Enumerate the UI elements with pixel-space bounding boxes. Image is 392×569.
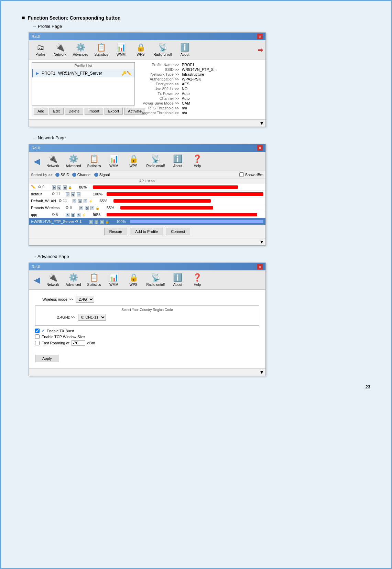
toolbar-btn-profile[interactable]: 🗂 Profile xyxy=(31,42,50,58)
back-button-advanced[interactable]: ◀ xyxy=(31,274,43,286)
toolbar-label-advanced2: Advanced xyxy=(66,164,81,168)
toolbar-btn-wmm2[interactable]: 📊 WMM xyxy=(105,153,123,169)
frequency-select[interactable]: 0: CH1-11 xyxy=(78,314,106,321)
connect-button[interactable]: Connect xyxy=(166,228,190,235)
col-ssid-5: qqq xyxy=(31,213,52,217)
toolbar-btn-wmm3[interactable]: 📊 WMM xyxy=(105,272,123,288)
toolbar-btn-statistics[interactable]: 📋 Statistics xyxy=(91,42,111,58)
profile-toolbar: 🗂 Profile 🔌 Network ⚙️ Advanced 📋 Statis… xyxy=(29,40,265,60)
toolbar-btn-advanced3[interactable]: ⚙️ Advanced xyxy=(63,272,84,288)
col-signal-pct-4: 65% xyxy=(107,206,120,210)
network-row-2[interactable]: default ♻ 11 b g n 100% xyxy=(29,191,265,197)
profile-page-subtitle: → Profile Page xyxy=(32,24,370,29)
tcp-window-checkbox[interactable] xyxy=(35,334,40,339)
toolbar-btn-wps[interactable]: 🔒 WPS xyxy=(131,42,150,58)
toolbar-btn-about[interactable]: ℹ️ About xyxy=(175,42,194,58)
toolbar-label-profile: Profile xyxy=(35,53,45,56)
toolbar-btn-network3[interactable]: 🔌 Network xyxy=(43,272,62,288)
add-button[interactable]: Add xyxy=(34,108,48,115)
toolbar-btn-wps2[interactable]: 🔒 WPS xyxy=(124,153,143,169)
edit-button[interactable]: Edit xyxy=(50,108,64,115)
toolbar-btn-network[interactable]: 🔌 Network xyxy=(51,42,69,58)
ap-list-label: AP List >> xyxy=(29,179,265,184)
detail-fragment-value: n/a xyxy=(181,110,218,115)
back-button-network[interactable]: ◀ xyxy=(31,155,43,168)
col-mini-icons-4: b g n 🔒 xyxy=(79,206,107,210)
network-row-4[interactable]: Pronets Wireless ♻ 6 b g n 🔒 65% xyxy=(29,204,265,211)
profile-buttons: Add Edit Delete Import Export Activate xyxy=(32,105,135,117)
toolbar-btn-radio[interactable]: 📡 Radio on/off xyxy=(151,42,175,58)
toolbar-btn-wmm[interactable]: 📊 WMM xyxy=(112,42,131,58)
detail-auth-value: WPA2-PSK xyxy=(181,77,218,82)
forward-arrow-icon[interactable]: ➡ xyxy=(258,46,263,54)
signal-sort-option[interactable]: Signal xyxy=(94,173,110,177)
ssid-sort-option[interactable]: SSID xyxy=(55,173,69,177)
network-row-3[interactable]: Default_WLAN ♻ 11 b g n ⚡ 65% xyxy=(29,197,265,204)
scroll-down-arrow[interactable]: ▼ xyxy=(259,120,264,126)
radio-icon-2: 📡 xyxy=(151,154,160,163)
help-icon-2: ❓ xyxy=(193,154,202,163)
ssid-radio-dot xyxy=(55,173,59,177)
detail-fragment-label: Fragment Threshold >> xyxy=(138,110,181,115)
network-close-button[interactable]: ✕ xyxy=(257,145,263,151)
add-to-profile-button[interactable]: Add to Profile xyxy=(130,228,163,235)
network-icon-3: 🔌 xyxy=(48,273,57,282)
toolbar-btn-help2[interactable]: ❓ Help xyxy=(188,153,207,169)
toolbar-btn-about2[interactable]: ℹ️ About xyxy=(168,153,187,169)
network-window-title: RaUI xyxy=(32,146,40,150)
profile-ssid: WR514VN_FTP_Server xyxy=(58,71,102,76)
apply-button[interactable]: Apply xyxy=(35,355,59,362)
network-row-5[interactable]: qqq ♻ 6 b g n ⚡ 96% xyxy=(29,211,265,218)
fast-roaming-checkbox[interactable] xyxy=(35,341,40,345)
toolbar-btn-network2[interactable]: 🔌 Network xyxy=(43,153,62,169)
toolbar-btn-statistics2[interactable]: 📋 Statistics xyxy=(84,153,104,169)
col-play-6: ▶ xyxy=(31,219,34,224)
rescan-button[interactable]: Rescan xyxy=(104,228,127,235)
wmm-icon-2: 📊 xyxy=(109,154,119,163)
toolbar-label-wmm2: WMM xyxy=(109,164,118,168)
tx-burst-checkbox[interactable] xyxy=(35,329,40,333)
toolbar-btn-wps3[interactable]: 🔒 WPS xyxy=(124,272,143,288)
network-icon-2: 🔌 xyxy=(48,154,57,163)
scroll-down-arrow-2[interactable]: ▼ xyxy=(259,239,264,245)
detail-power-save-label: Power Save Mode >> xyxy=(138,101,181,106)
profile-list: Profile List ▶ PROF1 WR514VN_FTP_Server … xyxy=(32,62,135,105)
network-row-6-selected[interactable]: ▶ WR514VN_FTP_Server ♻ 1 b g n 🔒 100% xyxy=(29,218,265,225)
toolbar-btn-radio3[interactable]: 📡 Radio on/off xyxy=(144,272,168,288)
toolbar-btn-advanced2[interactable]: ⚙️ Advanced xyxy=(63,153,84,169)
bullet-icon: ■ xyxy=(22,15,25,21)
channel-sort-option[interactable]: Channel xyxy=(72,173,91,177)
tcp-window-label: Enable TCP Window Size xyxy=(42,335,85,339)
col-signal-pct-6: 100% xyxy=(116,219,130,224)
title-bold: Function Section: Corresponding button xyxy=(28,15,121,21)
show-dbm-checkbox[interactable] xyxy=(239,172,244,177)
toolbar-btn-radio2[interactable]: 📡 Radio on/off xyxy=(144,153,168,169)
tcp-window-row: Enable TCP Window Size xyxy=(35,334,259,339)
statistics-icon: 📋 xyxy=(97,43,106,52)
network-row-1[interactable]: ✏️ ♻ 9 b g n 🔒 86% xyxy=(29,184,265,191)
export-button[interactable]: Export xyxy=(105,108,123,115)
profile-window-title: RaUI xyxy=(32,34,40,39)
wireless-mode-select[interactable]: 2.4G xyxy=(76,296,94,303)
col-signal-pct-2: 100% xyxy=(93,192,107,196)
show-dbm-option[interactable]: Show dBm xyxy=(239,172,263,177)
col-signal-bar-6 xyxy=(130,220,263,223)
toolbar-btn-about3[interactable]: ℹ️ About xyxy=(168,272,187,288)
delete-button[interactable]: Delete xyxy=(65,108,84,115)
toolbar-btn-help3[interactable]: ❓ Help xyxy=(188,272,207,288)
fast-roaming-value-input[interactable] xyxy=(72,340,85,346)
profile-close-button[interactable]: ✕ xyxy=(257,34,263,39)
col-channel-6: ♻ 1 xyxy=(75,219,89,224)
scroll-down-arrow-3[interactable]: ▼ xyxy=(259,369,264,375)
wmm-icon: 📊 xyxy=(117,43,126,52)
detail-channel-value: Auto xyxy=(181,96,218,101)
advanced-close-button[interactable]: ✕ xyxy=(257,264,263,269)
toolbar-btn-advanced[interactable]: ⚙️ Advanced xyxy=(70,42,91,58)
detail-txpower-value: Auto xyxy=(181,91,218,96)
sort-row: Sorted by >> SSID Channel Signal Show dB… xyxy=(29,171,265,179)
toolbar-btn-statistics3[interactable]: 📋 Statistics xyxy=(84,272,104,288)
advanced-settings: Wireless mode >> 2.4G Select Your Countr… xyxy=(32,292,263,366)
profile-list-item[interactable]: ▶ PROF1 WR514VN_FTP_Server 🔑✏️ xyxy=(32,69,134,77)
col-ssid-4: Pronets Wireless xyxy=(31,206,65,210)
import-button[interactable]: Import xyxy=(85,108,103,115)
